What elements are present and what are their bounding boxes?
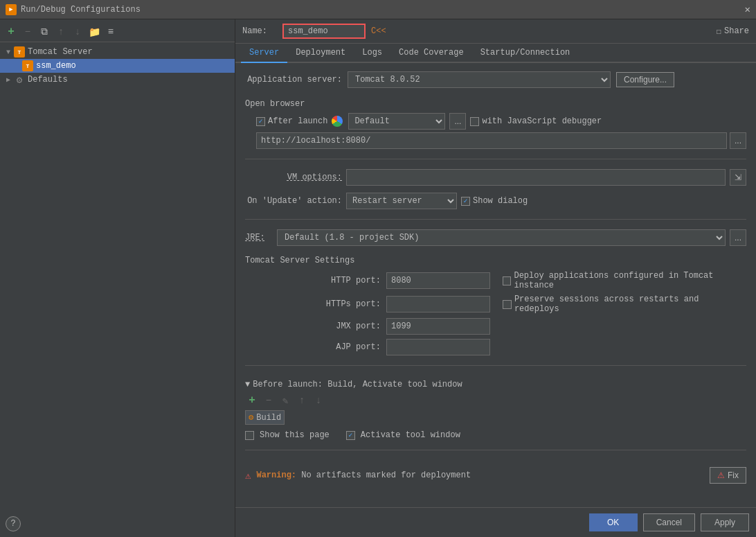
warning-bold: Warning: — [256, 470, 296, 480]
divider-2 — [245, 219, 746, 220]
jre-select[interactable]: Default (1.8 - project SDK) — [277, 229, 726, 246]
app-server-select[interactable]: Tomcat 8.0.52 — [348, 71, 611, 88]
tomcat-server-group[interactable]: ▼ T Tomcat Server — [0, 45, 235, 59]
warning-icon: ⚠ — [245, 470, 251, 482]
share-button[interactable]: ☐ Share — [717, 26, 749, 37]
open-browser-title: Open browser — [245, 99, 746, 109]
jre-dots-button[interactable]: ... — [730, 229, 746, 246]
before-launch-expand-icon[interactable]: ▼ — [245, 380, 250, 389]
https-port-label: HTTPs port: — [256, 299, 381, 309]
cancel-button[interactable]: Cancel — [643, 513, 695, 531]
browser-dots-button[interactable]: ... — [449, 113, 466, 130]
sidebar-toolbar: + − ⧉ ↑ ↓ 📁 ≡ — [0, 22, 235, 42]
close-button[interactable]: ✕ — [745, 3, 750, 15]
before-launch-section: ▼ Before launch: Build, Activate tool wi… — [245, 380, 746, 440]
jmx-port-label: JMX port: — [256, 322, 381, 331]
tab-startup-connection[interactable]: Startup/Connection — [472, 44, 579, 63]
folder-button[interactable]: 📁 — [87, 25, 101, 39]
defaults-expand-icon: ▶ — [3, 74, 14, 85]
defaults-icon: ⚙ — [14, 74, 25, 85]
jmx-port-input[interactable] — [386, 318, 490, 335]
name-label: Name: — [242, 26, 277, 36]
tab-deployment[interactable]: Deployment — [287, 44, 354, 63]
tabs-row: Server Deployment Logs Code Coverage Sta… — [235, 44, 756, 63]
sidebar: + − ⧉ ↑ ↓ 📁 ≡ ▼ T Tomcat Server T ssm_ — [0, 19, 235, 537]
move-up-button[interactable]: ↑ — [54, 25, 68, 39]
http-port-label: HTTP port: — [256, 276, 381, 285]
expand-icon: ▼ — [3, 46, 14, 58]
before-launch-toolbar: + − ✎ ↑ ↓ — [245, 394, 746, 407]
app-server-row: Application server: Tomcat 8.0.52 Config… — [245, 71, 746, 88]
show-page-label: Show this page — [260, 430, 330, 440]
tomcat-group-label: Tomcat Server — [28, 47, 93, 57]
before-launch-add-button[interactable]: + — [245, 394, 259, 407]
show-dialog-checkbox-wrap[interactable]: Show dialog — [461, 196, 528, 206]
show-dialog-checkbox[interactable] — [461, 197, 470, 206]
share-checkbox: ☐ — [717, 26, 721, 37]
deploy-apps-checkbox[interactable] — [503, 276, 511, 285]
help-button[interactable]: ? — [6, 516, 21, 531]
tab-code-coverage[interactable]: Code Coverage — [390, 44, 472, 63]
ajp-port-input[interactable] — [386, 339, 490, 355]
activate-window-checkbox[interactable] — [346, 431, 355, 440]
update-action-row: On 'Update' action: Restart server Show … — [245, 193, 746, 209]
warning-row: ⚠ Warning: No artifacts marked for deplo… — [245, 464, 746, 486]
update-action-select[interactable]: Restart server — [346, 193, 457, 209]
apply-button[interactable]: Apply — [701, 513, 749, 531]
name-suffix: C<< — [371, 26, 386, 36]
title-bar: ▶ Run/Debug Configurations ✕ — [0, 0, 756, 19]
update-action-label: On 'Update' action: — [245, 196, 342, 206]
tab-server[interactable]: Server — [241, 44, 287, 63]
before-launch-up-button[interactable]: ↑ — [295, 394, 309, 407]
url-input[interactable] — [256, 132, 727, 149]
browser-select[interactable]: Default — [348, 113, 445, 130]
copy-config-button[interactable]: ⧉ — [37, 25, 51, 39]
after-launch-checkbox[interactable] — [256, 117, 265, 126]
move-down-button[interactable]: ↓ — [71, 25, 84, 39]
chrome-browser-icon — [332, 116, 343, 127]
url-dots-button[interactable]: ... — [730, 132, 746, 149]
ports-grid: HTTP port: Deploy applications configure… — [245, 271, 746, 355]
config-tree: ▼ T Tomcat Server T ssm_demo ▶ ⚙ Default… — [0, 42, 235, 534]
defaults-label: Defaults — [28, 75, 68, 85]
open-browser-section: Open browser After launch Default ... — [245, 95, 746, 149]
sort-button[interactable]: ≡ — [104, 25, 118, 39]
tomcat-settings-section: Tomcat Server Settings HTTP port: Deploy… — [245, 256, 746, 355]
before-launch-remove-button[interactable]: − — [262, 394, 276, 407]
ajp-port-label: AJP port: — [256, 342, 381, 352]
tab-logs[interactable]: Logs — [354, 44, 390, 63]
https-port-input[interactable] — [386, 296, 490, 312]
preserve-sessions-checkbox[interactable] — [503, 300, 512, 309]
tomcat-group-icon: T — [14, 46, 25, 58]
settings-title: Tomcat Server Settings — [245, 256, 746, 265]
name-input[interactable] — [282, 24, 366, 39]
vm-options-expand-button[interactable]: ⇲ — [730, 169, 746, 186]
remove-config-button[interactable]: − — [21, 25, 35, 39]
sidebar-item-ssm-demo[interactable]: T ssm_demo — [0, 59, 235, 73]
sidebar-item-defaults[interactable]: ▶ ⚙ Defaults — [0, 73, 235, 87]
add-config-button[interactable]: + — [4, 25, 18, 39]
ok-button[interactable]: OK — [589, 513, 638, 531]
build-label: Build — [256, 413, 281, 423]
before-launch-edit-button[interactable]: ✎ — [278, 394, 292, 407]
app-server-label: Application server: — [245, 75, 342, 85]
vm-options-row: VM options: ⇲ — [245, 169, 746, 186]
chrome-icon — [332, 116, 344, 127]
before-launch-down-button[interactable]: ↓ — [312, 394, 325, 407]
jre-label: JRE: — [245, 233, 273, 243]
configure-button[interactable]: Configure... — [616, 72, 674, 87]
bottom-bar: OK Cancel Apply — [235, 507, 756, 537]
after-launch-checkbox-wrap[interactable]: After launch — [256, 116, 327, 126]
activate-window-label: Activate tool window — [361, 430, 460, 440]
http-port-input[interactable] — [386, 272, 490, 289]
js-debugger-checkbox[interactable] — [470, 117, 479, 126]
divider-3 — [245, 365, 746, 366]
before-launch-title: Before launch: Build, Activate tool wind… — [253, 380, 462, 389]
show-page-checkbox[interactable] — [245, 431, 254, 440]
fix-icon: ⚠ — [717, 470, 725, 480]
vm-options-label: VM options: — [245, 173, 342, 182]
fix-button[interactable]: ⚠ Fix — [710, 467, 746, 484]
deploy-apps-label: Deploy applications configured in Tomcat… — [514, 271, 746, 290]
preserve-sessions-option: Preserve sessions across restarts and re… — [503, 294, 746, 314]
vm-options-input[interactable] — [346, 169, 726, 186]
